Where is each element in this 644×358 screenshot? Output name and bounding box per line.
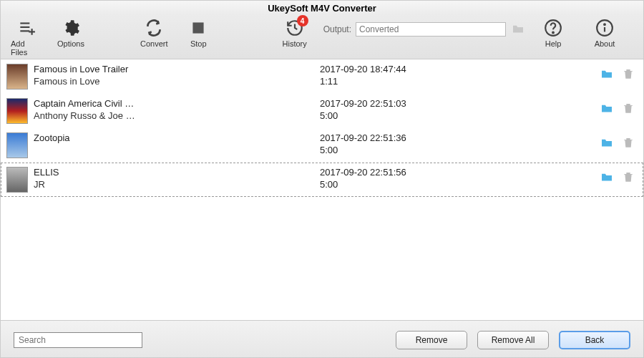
- open-folder-button[interactable]: [600, 172, 613, 184]
- convert-label: Convert: [140, 39, 168, 48]
- svg-point-7: [552, 32, 554, 34]
- item-title: ELLIS: [34, 167, 320, 178]
- back-button[interactable]: Back: [559, 331, 630, 349]
- open-folder-button[interactable]: [600, 103, 613, 115]
- help-button[interactable]: Help: [537, 16, 569, 48]
- open-folder-button[interactable]: [600, 137, 613, 150]
- history-button[interactable]: 4 History: [279, 16, 311, 48]
- help-icon: [544, 16, 562, 39]
- convert-icon: [145, 16, 163, 39]
- item-date: 2017-09-20 22:51:36: [320, 132, 535, 143]
- about-button[interactable]: About: [589, 16, 620, 48]
- about-label: About: [595, 39, 615, 48]
- item-date: 2017-09-20 18:47:44: [320, 64, 535, 74]
- list-item[interactable]: Zootopia 2017-09-20 22:51:36 5:00: [1, 128, 643, 163]
- item-duration: 5:00: [320, 145, 535, 155]
- output-path-field[interactable]: Converted: [356, 22, 506, 37]
- gear-icon: [62, 16, 80, 39]
- thumbnail: [6, 167, 28, 193]
- item-subtitle: Famous in Love: [34, 76, 320, 87]
- app-title: UkeySoft M4V Converter: [1, 1, 643, 14]
- output-label: Output:: [323, 24, 351, 34]
- list-item[interactable]: ELLIS JR 2017-09-20 22:51:56 5:00: [1, 163, 643, 197]
- item-date: 2017-09-20 22:51:56: [320, 167, 535, 178]
- remove-button[interactable]: Remove: [396, 331, 467, 349]
- item-duration: 5:00: [320, 110, 535, 121]
- thumbnail: [6, 98, 28, 124]
- item-subtitle: Anthony Russo & Joe …: [34, 110, 320, 121]
- list-item[interactable]: Famous in Love Trailer Famous in Love 20…: [1, 59, 643, 94]
- options-label: Options: [57, 39, 84, 48]
- item-duration: 1:11: [320, 76, 535, 87]
- thumbnail: [6, 64, 28, 90]
- add-files-icon: [17, 16, 36, 39]
- search-input[interactable]: [14, 332, 142, 348]
- history-icon: 4: [286, 16, 304, 39]
- toolbar: Add Files Options Convert Stop 4: [1, 14, 643, 59]
- thumbnail: [6, 132, 28, 158]
- history-badge: 4: [297, 15, 308, 26]
- add-files-button[interactable]: Add Files: [11, 16, 42, 57]
- delete-button[interactable]: [623, 102, 633, 116]
- browse-folder-button[interactable]: [512, 24, 525, 36]
- history-label: History: [283, 39, 307, 48]
- list-item[interactable]: Captain America Civil … Anthony Russo & …: [1, 94, 643, 128]
- help-label: Help: [545, 39, 562, 48]
- stop-icon: [189, 16, 208, 39]
- svg-point-10: [604, 24, 605, 25]
- add-files-label: Add Files: [11, 39, 42, 57]
- item-date: 2017-09-20 22:51:03: [320, 98, 535, 109]
- footer-bar: Remove Remove All Back: [1, 320, 643, 358]
- item-duration: 5:00: [320, 179, 535, 190]
- item-title: Zootopia: [34, 132, 320, 143]
- convert-button[interactable]: Convert: [138, 16, 170, 48]
- stop-button[interactable]: Stop: [182, 16, 214, 48]
- options-button[interactable]: Options: [55, 16, 87, 48]
- open-folder-button[interactable]: [600, 69, 613, 81]
- item-subtitle: JR: [34, 179, 320, 190]
- remove-all-button[interactable]: Remove All: [477, 331, 549, 349]
- svg-rect-5: [193, 22, 204, 33]
- delete-button[interactable]: [623, 171, 633, 185]
- item-title: Captain America Civil …: [34, 98, 320, 109]
- about-icon: [595, 16, 614, 39]
- file-list: Famous in Love Trailer Famous in Love 20…: [1, 59, 643, 320]
- delete-button[interactable]: [623, 137, 633, 150]
- item-title: Famous in Love Trailer: [34, 64, 320, 74]
- delete-button[interactable]: [623, 68, 633, 82]
- stop-label: Stop: [190, 39, 207, 48]
